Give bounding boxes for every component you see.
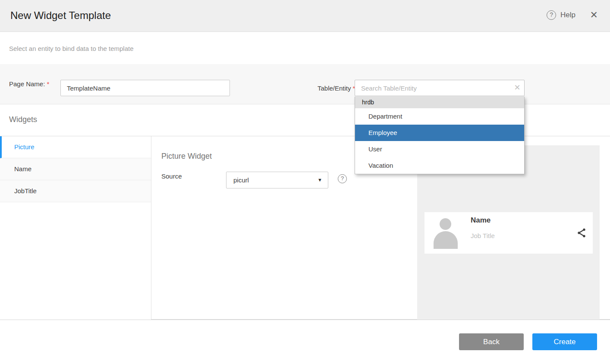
widget-sidebar: Picture Name JobTitle <box>0 136 151 320</box>
clear-search-icon[interactable]: ✕ <box>513 83 522 92</box>
required-asterisk: * <box>47 80 49 88</box>
share-icon <box>576 228 587 238</box>
help-icon[interactable]: ? <box>547 10 556 20</box>
new-widget-template-dialog: New Widget Template ? Help ✕ Select an e… <box>0 0 610 364</box>
dropdown-group-header: hrdb <box>355 97 524 108</box>
table-entity-dropdown: hrdb Department Employee User Vacation <box>355 97 525 174</box>
close-icon[interactable]: ✕ <box>590 9 598 21</box>
source-help-icon[interactable]: ? <box>338 174 347 183</box>
source-label: Source <box>161 173 182 180</box>
page-name-input[interactable] <box>60 80 230 96</box>
create-button[interactable]: Create <box>532 333 597 350</box>
sidebar-item-name[interactable]: Name <box>0 158 151 180</box>
help-label[interactable]: Help <box>560 11 575 19</box>
dropdown-item-vacation[interactable]: Vacation <box>355 157 524 174</box>
dialog-header: New Widget Template ? Help ✕ <box>0 0 610 32</box>
subtitle-band: Select an entity to bind data to the tem… <box>0 32 610 65</box>
sidebar-item-jobtitle[interactable]: JobTitle <box>0 180 151 202</box>
sidebar-item-picture[interactable]: Picture <box>0 136 151 158</box>
back-button[interactable]: Back <box>459 333 524 350</box>
help-button[interactable]: ? Help <box>547 10 575 20</box>
page-title: New Widget Template <box>10 9 111 22</box>
preview-jobtitle-text: Job Title <box>471 232 495 239</box>
person-silhouette-icon <box>432 217 459 249</box>
preview-card: Name Job Title <box>424 212 593 254</box>
source-select-value: picurl <box>233 176 249 184</box>
dropdown-item-department[interactable]: Department <box>355 108 524 125</box>
table-entity-label: Table/Entity* <box>318 85 355 92</box>
table-entity-search-input[interactable] <box>355 80 525 96</box>
widgets-section-title: Widgets <box>9 115 37 124</box>
dropdown-item-employee-selected[interactable]: Employee <box>355 125 524 141</box>
source-select[interactable]: picurl ▼ <box>226 172 328 188</box>
picture-widget-title: Picture Widget <box>161 152 212 161</box>
chevron-down-icon: ▼ <box>318 172 322 188</box>
page-name-label: Page Name:* <box>9 80 49 88</box>
preview-name-text: Name <box>471 216 491 225</box>
subtitle-text: Select an entity to bind data to the tem… <box>9 45 134 52</box>
dropdown-item-user[interactable]: User <box>355 141 524 157</box>
